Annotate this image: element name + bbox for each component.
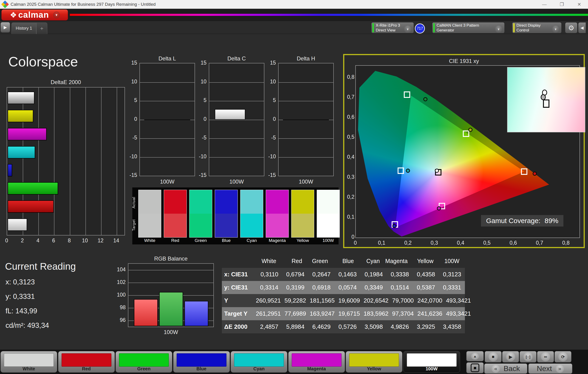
minimize-icon[interactable]: — [536, 0, 553, 9]
delta-gridline [209, 157, 264, 158]
cie-x-tick-label: 0,8 [559, 240, 573, 246]
cie-x-tick-label: 0,3 [428, 240, 441, 246]
deltae-gridline [54, 87, 54, 235]
current-reading-line: y: 0,3331 [6, 292, 35, 301]
table-cell: 77,6989 [284, 310, 310, 317]
cie-y-tick-label: 0 [343, 234, 354, 240]
pattern-button-blue[interactable]: Blue [173, 351, 230, 373]
swatch-column-red[interactable]: Red [164, 190, 187, 243]
delta-gridline [279, 101, 333, 101]
delta-chart-title: Delta C [209, 55, 264, 62]
cie-blue-measured [392, 224, 397, 228]
deltae-bar-red [8, 200, 54, 213]
delta-y-tick-label: -15 [264, 172, 276, 178]
back-button[interactable]: « Back [484, 363, 527, 374]
table-row: Y260,952159,2282181,156519,6009202,65427… [222, 294, 465, 307]
pattern-generator-label: CalMAN Client 3 Pattern Generator [437, 23, 495, 33]
meter-dropdown-arrow-icon[interactable]: ▼ [404, 25, 411, 33]
pattern-button-100w[interactable]: 100W [403, 351, 460, 373]
add-tab-button[interactable]: + [36, 22, 47, 34]
table-cell: 241,6236 [417, 310, 446, 317]
swatch-column-green[interactable]: Green [189, 190, 212, 243]
stop-button[interactable]: ■ [485, 351, 502, 363]
table-row-label: ΔE 2000 [222, 323, 256, 330]
pattern-window-button[interactable]: ■ [466, 362, 484, 373]
delta-c-bar [215, 109, 245, 120]
rgb-y-tick-label: 100 [113, 292, 126, 298]
swatch-label: Yellow [291, 238, 314, 243]
table-cell: 493,3421 [446, 297, 474, 304]
pattern-button-red[interactable]: Red [58, 351, 115, 373]
range-button[interactable]: [··] [520, 351, 536, 363]
rgb-y-tick-label: 98 [113, 304, 126, 310]
pattern-button-white[interactable]: White [0, 351, 57, 373]
cie-x-tick-label: 0,7 [533, 240, 546, 246]
tab-history-1-label: History 1 [16, 26, 32, 31]
deltae-bar-cyan [8, 146, 35, 159]
deltae-x-tick-label: 14 [109, 237, 123, 244]
next-button[interactable]: Next » [528, 363, 572, 374]
pattern-generator-dropdown[interactable]: CalMAN Client 3 Pattern Generator ▼ [432, 22, 505, 33]
table-cell: 181,1565 [310, 297, 338, 304]
cie-white-measured [435, 169, 439, 173]
gear-icon: ⚙ [568, 24, 575, 32]
collapse-panel-button[interactable]: ◀ [578, 22, 586, 33]
loop-button[interactable]: ∞ [537, 351, 554, 363]
meter-dropdown[interactable]: X-Rite i1Pro 3 Direct View ▼ [371, 22, 414, 33]
pattern-button-magenta[interactable]: Magenta [288, 351, 345, 373]
swatch-column-100w[interactable]: 100W [317, 190, 340, 243]
rainbow-divider [70, 14, 588, 16]
table-cell: 0,3331 [439, 284, 465, 291]
rgb-balance-x-label: 100W [128, 329, 214, 335]
current-reading-title: Current Reading [5, 261, 76, 272]
restore-icon[interactable]: ❐ [553, 0, 571, 9]
table-cell: 0,4358 [413, 271, 439, 278]
delta-y-tick-label: -10 [264, 153, 276, 160]
pattern-button-label: Red [58, 366, 115, 372]
tab-history-1[interactable]: History 1 [11, 22, 36, 34]
delta-gridline [209, 82, 264, 83]
cie-inset-target-square [543, 99, 549, 108]
pattern-chip-blue [177, 353, 226, 367]
cie-y-tick-label: 0,4 [343, 154, 354, 160]
swatch-column-magenta[interactable]: Magenta [266, 190, 289, 243]
refresh-button[interactable]: ⟳ [555, 351, 571, 363]
swatch-label: Blue [215, 238, 238, 243]
window-title: Calman 2025 Calman Ultimate for Business… [10, 2, 156, 7]
swatch-actual-red [164, 190, 187, 214]
pattern-generator-arrow-icon[interactable]: ▼ [495, 25, 502, 33]
swatch-column-blue[interactable]: Blue [215, 190, 238, 243]
sidebar-expand-button[interactable]: ▶ [0, 22, 10, 33]
pattern-button-yellow[interactable]: Yellow [346, 351, 402, 373]
cie-plot[interactable]: Gamut Coverage: 89% [355, 65, 580, 238]
swatch-column-yellow[interactable]: Yellow [291, 190, 314, 243]
table-cell: 260,9521 [256, 297, 284, 304]
display-control-arrow-icon[interactable]: ▼ [552, 25, 559, 33]
table-cell: 0,3314 [256, 284, 282, 291]
next-button-label: Next [537, 364, 552, 373]
measurement-table: WhiteRedGreenBlueCyanMagentaYellow100Wx:… [222, 254, 465, 333]
pattern-chip-cyan [234, 353, 284, 367]
display-control-dropdown[interactable]: Direct Display Control ▼ [512, 22, 562, 33]
pattern-window-raise-button[interactable]: ▲ [466, 351, 484, 361]
close-icon[interactable]: ✕ [571, 0, 588, 9]
calman-menu-button[interactable]: ❖ calman ▼ [1, 10, 68, 21]
delta-zero-line [144, 119, 190, 120]
pattern-button-green[interactable]: Green [116, 351, 172, 373]
calman-menu-arrow-icon[interactable]: ▼ [53, 11, 60, 18]
swatch-column-white[interactable]: White [138, 190, 161, 243]
pattern-button-cyan[interactable]: Cyan [231, 351, 287, 373]
settings-button[interactable]: ⚙ [565, 22, 578, 33]
delta-y-tick-label: 10 [264, 79, 276, 85]
table-cell: 0,0574 [334, 284, 360, 291]
cie-x-tick-label: 0,5 [480, 240, 494, 246]
swatch-column-cyan[interactable]: Cyan [240, 190, 263, 243]
swatch-target-cyan [241, 214, 263, 237]
cie-yellow-measured [468, 128, 472, 132]
table-cell: 261,2951 [256, 310, 284, 317]
deltae-x-tick-label: 0 [0, 237, 13, 244]
sidebar-expand-icon: ▶ [4, 25, 7, 30]
swatch-label: 100W [317, 238, 340, 243]
play-button[interactable]: ▶ [502, 351, 519, 363]
delta-gridline [140, 138, 195, 139]
